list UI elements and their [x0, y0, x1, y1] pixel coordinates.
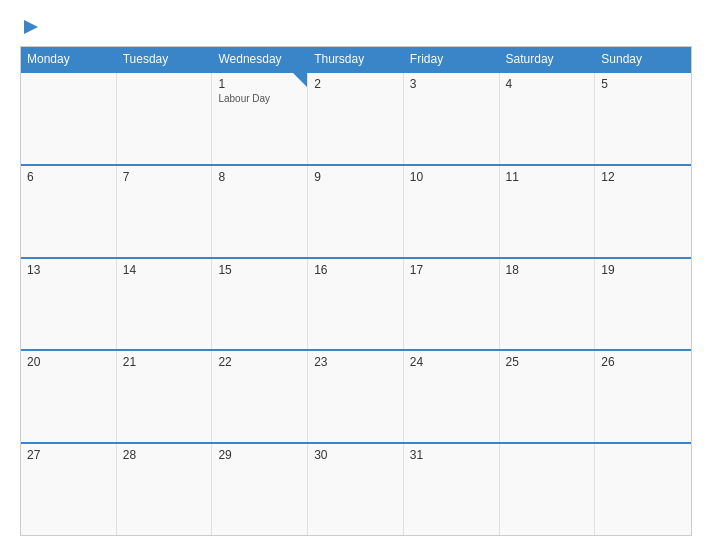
day-number: 13 — [27, 263, 110, 277]
calendar-header: MondayTuesdayWednesdayThursdayFridaySatu… — [21, 47, 691, 71]
day-of-week-header: Monday — [21, 47, 117, 71]
calendar-page: MondayTuesdayWednesdayThursdayFridaySatu… — [0, 0, 712, 550]
calendar-day-cell: 21 — [117, 351, 213, 442]
calendar-day-cell: 6 — [21, 166, 117, 257]
calendar-day-cell: 13 — [21, 259, 117, 350]
calendar-day-cell: 17 — [404, 259, 500, 350]
day-number: 23 — [314, 355, 397, 369]
day-number: 22 — [218, 355, 301, 369]
calendar-day-cell: 7 — [117, 166, 213, 257]
calendar-body: 1Labour Day23456789101112131415161718192… — [21, 71, 691, 535]
calendar-day-cell: 4 — [500, 73, 596, 164]
day-of-week-header: Friday — [404, 47, 500, 71]
day-of-week-header: Thursday — [308, 47, 404, 71]
calendar-day-cell: 18 — [500, 259, 596, 350]
day-number: 9 — [314, 170, 397, 184]
day-number: 30 — [314, 448, 397, 462]
calendar-day-cell: 31 — [404, 444, 500, 535]
calendar-day-cell — [117, 73, 213, 164]
day-of-week-header: Saturday — [500, 47, 596, 71]
day-number: 31 — [410, 448, 493, 462]
day-number: 24 — [410, 355, 493, 369]
logo — [20, 18, 40, 36]
calendar-day-cell: 14 — [117, 259, 213, 350]
logo-flag-icon — [22, 18, 40, 36]
day-number: 4 — [506, 77, 589, 91]
calendar-day-cell: 22 — [212, 351, 308, 442]
calendar-day-cell: 27 — [21, 444, 117, 535]
calendar-day-cell: 10 — [404, 166, 500, 257]
day-number: 26 — [601, 355, 685, 369]
calendar-day-cell: 8 — [212, 166, 308, 257]
calendar-day-cell: 3 — [404, 73, 500, 164]
calendar-week: 1Labour Day2345 — [21, 71, 691, 164]
day-number: 6 — [27, 170, 110, 184]
day-number: 3 — [410, 77, 493, 91]
calendar-day-cell — [21, 73, 117, 164]
day-of-week-header: Sunday — [595, 47, 691, 71]
day-number: 20 — [27, 355, 110, 369]
day-number: 27 — [27, 448, 110, 462]
day-of-week-header: Tuesday — [117, 47, 213, 71]
calendar-day-cell — [595, 444, 691, 535]
day-number: 15 — [218, 263, 301, 277]
calendar-day-cell: 2 — [308, 73, 404, 164]
calendar-day-cell: 30 — [308, 444, 404, 535]
calendar-day-cell: 24 — [404, 351, 500, 442]
calendar-day-cell: 20 — [21, 351, 117, 442]
calendar-day-cell: 16 — [308, 259, 404, 350]
calendar-day-cell: 15 — [212, 259, 308, 350]
calendar-day-cell: 1Labour Day — [212, 73, 308, 164]
calendar-day-cell: 28 — [117, 444, 213, 535]
calendar-day-cell: 12 — [595, 166, 691, 257]
calendar-day-cell: 11 — [500, 166, 596, 257]
day-number: 8 — [218, 170, 301, 184]
day-number: 12 — [601, 170, 685, 184]
holiday-name: Labour Day — [218, 93, 301, 104]
day-number: 17 — [410, 263, 493, 277]
day-number: 29 — [218, 448, 301, 462]
day-number: 18 — [506, 263, 589, 277]
page-header — [20, 18, 692, 36]
calendar-week: 13141516171819 — [21, 257, 691, 350]
day-number: 11 — [506, 170, 589, 184]
day-number: 1 — [218, 77, 301, 91]
calendar-day-cell: 29 — [212, 444, 308, 535]
day-number: 25 — [506, 355, 589, 369]
day-number: 5 — [601, 77, 685, 91]
day-number: 2 — [314, 77, 397, 91]
day-number: 10 — [410, 170, 493, 184]
calendar-day-cell — [500, 444, 596, 535]
calendar-day-cell: 25 — [500, 351, 596, 442]
calendar-week: 6789101112 — [21, 164, 691, 257]
calendar-day-cell: 23 — [308, 351, 404, 442]
calendar-week: 2728293031 — [21, 442, 691, 535]
day-number: 28 — [123, 448, 206, 462]
holiday-flag-icon — [293, 73, 307, 87]
calendar-grid: MondayTuesdayWednesdayThursdayFridaySatu… — [20, 46, 692, 536]
day-number: 14 — [123, 263, 206, 277]
day-number: 16 — [314, 263, 397, 277]
calendar-day-cell: 26 — [595, 351, 691, 442]
day-number: 7 — [123, 170, 206, 184]
calendar-day-cell: 5 — [595, 73, 691, 164]
day-number: 19 — [601, 263, 685, 277]
day-number: 21 — [123, 355, 206, 369]
calendar-day-cell: 19 — [595, 259, 691, 350]
svg-marker-0 — [24, 20, 38, 34]
calendar-day-cell: 9 — [308, 166, 404, 257]
day-of-week-header: Wednesday — [212, 47, 308, 71]
calendar-week: 20212223242526 — [21, 349, 691, 442]
